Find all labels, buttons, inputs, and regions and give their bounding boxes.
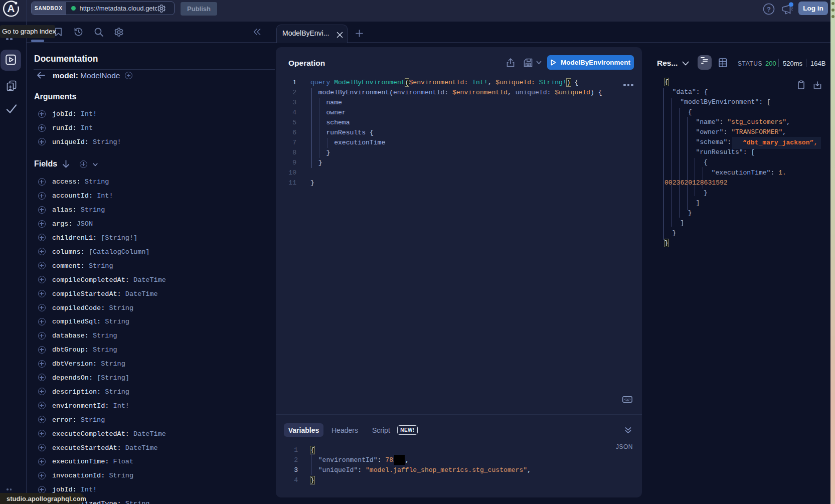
svg-text:?: ?	[767, 6, 771, 13]
svg-text:A: A	[8, 3, 15, 14]
